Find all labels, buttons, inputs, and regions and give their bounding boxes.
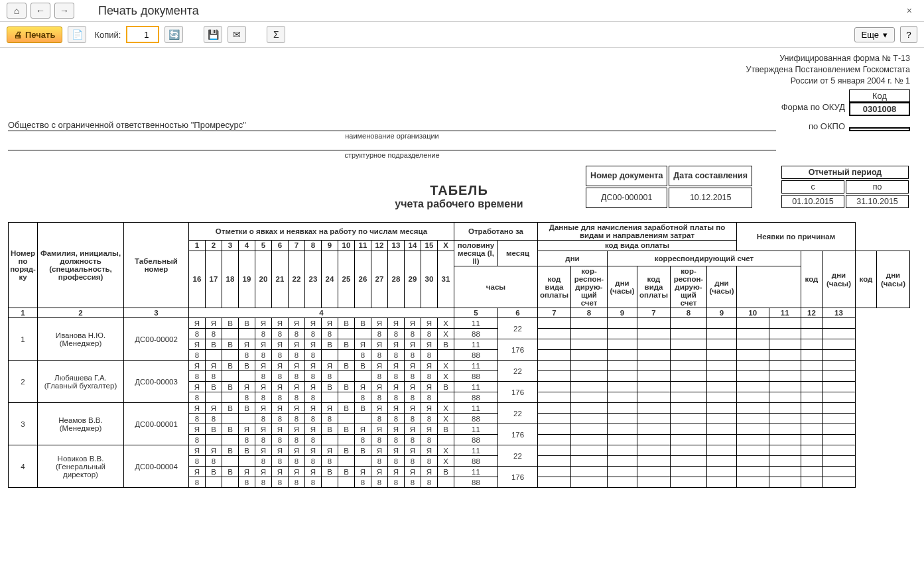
days1: 11 <box>454 445 498 456</box>
col-paycode: код вида оплаты <box>538 240 737 251</box>
toolbar: 🖨 Печать 📄 Копий: 🔄 💾 ✉ Σ Еще ▾ ? <box>0 22 924 48</box>
date-label: Дата составления <box>669 166 752 186</box>
hours1: 88 <box>454 371 498 382</box>
row-num: 2 <box>9 361 38 403</box>
page-title: Печать документа <box>98 4 199 18</box>
table-row: 2Любяшева Г.А. (Главный бухгалтер)ДС00-0… <box>9 361 910 371</box>
row-num: 1 <box>9 318 38 361</box>
half-month: 22 <box>498 318 538 339</box>
doc-subtitle: учета рабочего времени <box>8 198 910 210</box>
hours2: 88 <box>454 477 498 488</box>
col-tabnum: Табельный номер <box>124 222 189 308</box>
half-month: 22 <box>498 361 538 382</box>
row-tabnum: ДС00-00003 <box>124 361 189 403</box>
row-fio: Новиков В.В. (Генеральный директор) <box>38 445 124 488</box>
more-button[interactable]: Еще ▾ <box>854 27 895 42</box>
hours1: 88 <box>454 329 498 339</box>
row-fio: Любяшева Г.А. (Главный бухгалтер) <box>38 361 124 403</box>
days2: 11 <box>454 339 498 350</box>
okud-value: 0301008 <box>849 102 910 116</box>
col-num: Номер по поряд-ку <box>9 222 38 308</box>
col-p2a: кор-респон-дирую-щий счет <box>571 266 608 308</box>
col-days: дни <box>538 251 608 266</box>
col-abs-dh2: дни (часы) <box>877 251 910 308</box>
date-value: 10.12.2015 <box>669 188 752 208</box>
preview-button[interactable]: 📄 <box>68 26 86 43</box>
row-tabnum: ДС00-00004 <box>124 445 189 488</box>
col-p3a: дни (часы) <box>608 266 637 308</box>
form-header: Унифицированная форма № Т-13 Утверждена … <box>8 53 910 87</box>
table-row: 4Новиков В.В. (Генеральный директор)ДС00… <box>9 445 910 456</box>
top-nav: ⌂ ← → Печать документа × <box>0 0 924 22</box>
col-fio: Фамилия, инициалы, должность (специально… <box>38 222 124 308</box>
col-p1b: код вида оплаты <box>637 266 671 308</box>
form-line1: Унифицированная форма № Т-13 <box>8 53 910 64</box>
col-marks: Отметки о явках и неявках на работу по ч… <box>189 222 454 240</box>
printer-icon: 🖨 <box>14 30 23 40</box>
hours1: 88 <box>454 414 498 424</box>
days2: 11 <box>454 424 498 435</box>
month-total: 176 <box>498 339 538 361</box>
month-total: 176 <box>498 424 538 445</box>
table-row: 1Иванова Н.Ю. (Менеджер)ДС00-00002ЯЯВВЯЯ… <box>9 318 910 329</box>
forward-button[interactable]: → <box>54 3 74 19</box>
close-button[interactable]: × <box>901 5 917 16</box>
refresh-button[interactable]: 🔄 <box>165 26 183 43</box>
row-fio: Иванова Н.Ю. (Менеджер) <box>38 318 124 361</box>
half-month: 22 <box>498 403 538 424</box>
org-name: Общество с ограниченной ответственностью… <box>8 120 776 131</box>
month-total: 176 <box>498 382 538 403</box>
form-line2: Утверждена Постановлением Госкомстата <box>8 64 910 76</box>
document-content: Унифицированная форма № Т-13 Утверждена … <box>8 53 910 488</box>
print-label: Печать <box>25 30 55 40</box>
code-header: Код <box>849 89 910 102</box>
email-button[interactable]: ✉ <box>228 26 246 43</box>
chevron-down-icon: ▾ <box>883 30 888 40</box>
days1: 11 <box>454 318 498 329</box>
col-p3b: дни (часы) <box>707 266 737 308</box>
form-line3: России от 5 января 2004 г. № 1 <box>8 76 910 87</box>
doc-meta-table: Номер документаДата составления ДС00-000… <box>584 164 754 209</box>
hours2: 88 <box>454 435 498 445</box>
days1: 11 <box>454 403 498 414</box>
period-label: Отчетный период <box>781 166 909 179</box>
back-button[interactable]: ← <box>31 3 50 19</box>
col-abs-code2: код <box>856 251 877 308</box>
row-tabnum: ДС00-00002 <box>124 318 189 361</box>
copies-label: Копий: <box>94 30 121 40</box>
save-button[interactable]: 💾 <box>204 26 222 43</box>
days1: 11 <box>454 361 498 371</box>
from-value: 01.10.2015 <box>781 195 844 208</box>
col-abs-dh1: дни (часы) <box>823 251 856 308</box>
more-label: Еще <box>862 30 879 40</box>
doc-title: ТАБЕЛЬ <box>8 183 910 198</box>
col-abs-code1: код <box>801 251 823 308</box>
hours1: 88 <box>454 456 498 467</box>
okpo-label: по ОКПО <box>776 121 849 131</box>
row-tabnum: ДС00-00001 <box>124 403 189 445</box>
col-absences: Неявки по причинам <box>737 222 856 251</box>
okud-label: Форма по ОКУД <box>776 102 849 116</box>
col-worked: Отработано за <box>454 222 538 240</box>
days2: 11 <box>454 467 498 477</box>
document-viewport[interactable]: Унифицированная форма № Т-13 Утверждена … <box>0 48 924 568</box>
sum-button[interactable]: Σ <box>267 26 285 43</box>
table-row: 3Неамов В.В. (Менеджер)ДС00-00001ЯЯВВЯЯЯ… <box>9 403 910 414</box>
docnum-value: ДС00-000001 <box>586 188 667 208</box>
hours2: 88 <box>454 350 498 361</box>
row-num: 3 <box>9 403 38 445</box>
print-button[interactable]: 🖨 Печать <box>7 27 62 43</box>
help-button[interactable]: ? <box>900 26 917 43</box>
dept-caption: структурное подразделение <box>8 151 776 159</box>
col-account: корреспондирующий счет <box>608 251 801 266</box>
home-button[interactable]: ⌂ <box>7 3 27 19</box>
col-p2b: кор-респон-дирую-щий счет <box>671 266 707 308</box>
row-fio: Неамов В.В. (Менеджер) <box>38 403 124 445</box>
days2: 11 <box>454 382 498 392</box>
period-table: Отчетный период спо 01.10.201531.10.2015 <box>780 164 910 209</box>
row-num: 4 <box>9 445 38 488</box>
docnum-label: Номер документа <box>586 166 667 186</box>
to-label: по <box>846 180 909 194</box>
col-hours: часы <box>454 266 538 308</box>
copies-input[interactable] <box>126 26 159 43</box>
